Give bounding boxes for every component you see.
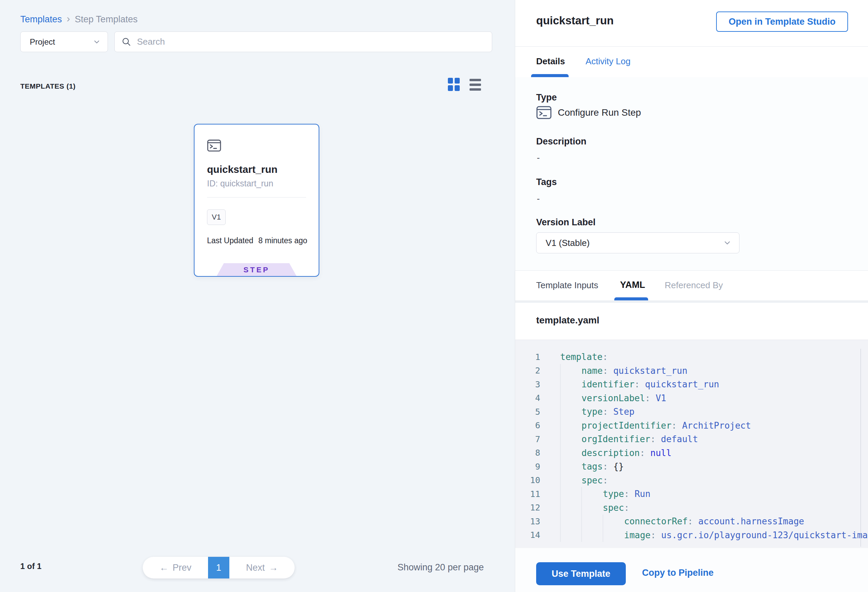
open-template-studio-button[interactable]: Open in Template Studio <box>716 12 848 32</box>
view-toggles <box>448 78 481 92</box>
yaml-code-lines: 1template:2name: quickstart_run3identifi… <box>515 350 868 542</box>
template-card-id: ID: quickstart_run <box>207 179 273 188</box>
card-divider <box>207 197 306 198</box>
entity-type-badge: STEP <box>217 263 297 276</box>
template-card-title: quickstart_run <box>207 164 278 175</box>
last-updated-value: 8 minutes ago <box>258 236 307 245</box>
page-count-label: 1 of 1 <box>20 561 41 571</box>
run-step-terminal-icon <box>207 139 221 152</box>
yaml-file-header: template.yaml <box>515 303 868 340</box>
arrow-right-icon: → <box>269 562 278 573</box>
type-value: Configure Run Step <box>558 107 641 118</box>
tab-activity-log[interactable]: Activity Log <box>586 56 630 66</box>
version-dropdown[interactable]: V1 (Stable) <box>536 232 740 253</box>
tab-yaml[interactable]: YAML <box>620 280 645 290</box>
tags-value: - <box>537 193 540 204</box>
tab-referenced-by[interactable]: Referenced By <box>665 280 723 291</box>
yaml-code-line: 7orgIdentifier: default <box>515 433 868 446</box>
yaml-code-line: 4versionLabel: V1 <box>515 391 868 405</box>
last-updated-label: Last Updated <box>207 236 253 245</box>
arrow-left-icon: ← <box>159 562 168 573</box>
yaml-code-line: 11type: Run <box>515 487 868 501</box>
use-template-button[interactable]: Use Template <box>536 562 626 585</box>
current-page-button[interactable]: 1 <box>208 557 229 579</box>
details-title: quickstart_run <box>536 14 614 27</box>
next-page-button[interactable]: Next → <box>229 557 295 579</box>
yaml-code-line: 8description: null <box>515 446 868 460</box>
tab-template-inputs[interactable]: Template Inputs <box>536 280 598 291</box>
per-page-label: Showing 20 per page <box>397 562 484 573</box>
pagination: ← Prev 1 Next → <box>143 557 295 579</box>
description-label: Description <box>536 136 586 147</box>
version-badge: V1 <box>207 210 226 225</box>
yaml-sub-tabs: Template Inputs YAML Referenced By <box>515 271 868 300</box>
yaml-code-line: 2name: quickstart_run <box>515 364 868 378</box>
chevron-down-icon <box>723 239 732 247</box>
search-input[interactable] <box>137 37 485 47</box>
type-value-row: Configure Run Step <box>536 106 641 120</box>
yaml-code-line: 3identifier: quickstart_run <box>515 378 868 391</box>
scope-dropdown[interactable]: Project <box>20 31 108 52</box>
breadcrumb-chevron-icon: › <box>66 13 70 24</box>
template-details-panel: quickstart_run Open in Template Studio D… <box>515 0 868 592</box>
active-tab-underline <box>531 74 568 77</box>
type-label: Type <box>536 92 557 103</box>
description-value: - <box>537 152 540 163</box>
yaml-code-line: 1template: <box>515 350 868 364</box>
section-gap <box>515 300 868 303</box>
yaml-code-line: 6projectIdentifier: ArchitProject <box>515 419 868 433</box>
chevron-down-icon <box>93 38 101 46</box>
yaml-code-line: 9tags: {} <box>515 460 868 474</box>
version-label: Version Label <box>536 217 596 228</box>
tab-details[interactable]: Details <box>536 56 565 66</box>
run-step-terminal-icon <box>536 106 552 120</box>
templates-count-label: TEMPLATES (1) <box>20 82 76 90</box>
search-bar <box>114 31 492 52</box>
search-icon <box>121 37 131 47</box>
prev-page-button[interactable]: ← Prev <box>143 557 208 579</box>
last-updated-row: Last Updated 8 minutes ago <box>207 236 307 245</box>
details-header: quickstart_run Open in Template Studio <box>515 0 868 47</box>
yaml-code-line: 5type: Step <box>515 405 868 419</box>
yaml-code-line: 14image: us.gcr.io/playground-123/quicks… <box>515 529 868 542</box>
yaml-code-line: 12spec: <box>515 501 868 515</box>
details-footer: Use Template Copy to Pipeline <box>515 548 868 592</box>
grid-view-icon[interactable] <box>448 78 460 92</box>
yaml-file-name: template.yaml <box>536 315 599 326</box>
tags-label: Tags <box>536 177 557 187</box>
yaml-code-line: 10spec: <box>515 474 868 487</box>
details-fields-section: Type Configure Run Step Description - Ta… <box>515 77 868 271</box>
scope-dropdown-value: Project <box>30 37 93 47</box>
details-tabs: Details Activity Log <box>515 47 868 77</box>
breadcrumb-current: Step Templates <box>75 14 138 25</box>
breadcrumb: Templates › Step Templates <box>20 13 138 25</box>
list-view-icon[interactable] <box>469 78 481 91</box>
yaml-code-editor[interactable]: 1template:2name: quickstart_run3identifi… <box>515 340 868 548</box>
breadcrumb-templates-link[interactable]: Templates <box>20 14 62 25</box>
active-subtab-underline <box>614 297 648 300</box>
editor-scrollbar[interactable] <box>861 349 861 547</box>
templates-list-panel: Templates › Step Templates Project TEMPL… <box>0 0 515 592</box>
yaml-code-line: 13connectorRef: account.harnessImage <box>515 515 868 529</box>
template-card[interactable]: quickstart_run ID: quickstart_run V1 Las… <box>194 124 319 277</box>
version-dropdown-value: V1 (Stable) <box>546 238 723 248</box>
copy-to-pipeline-link[interactable]: Copy to Pipeline <box>642 568 714 578</box>
